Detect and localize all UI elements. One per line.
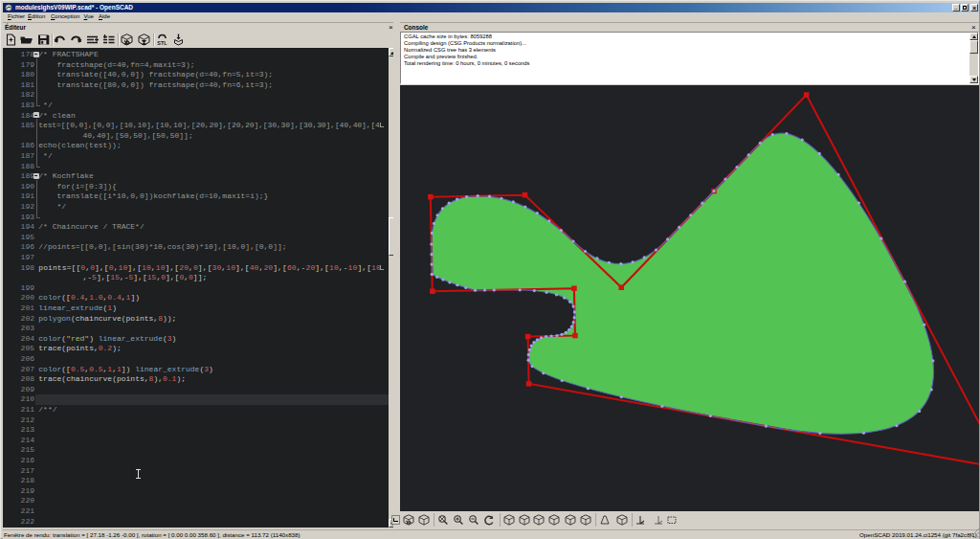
svg-text:STL: STL: [157, 40, 167, 46]
